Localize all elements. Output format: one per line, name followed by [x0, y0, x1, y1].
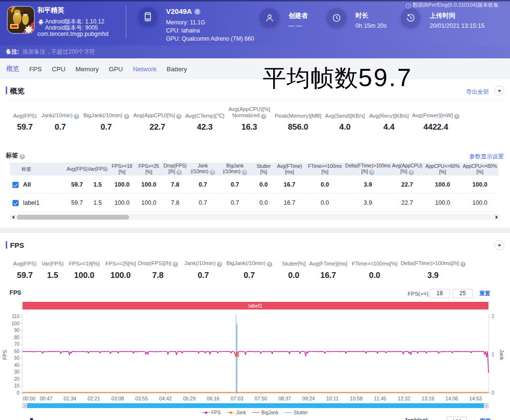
help-icon[interactable]: ? — [217, 262, 222, 267]
scrollbar-thumb[interactable] — [17, 215, 129, 220]
help-icon[interactable]: ? — [267, 262, 272, 267]
legend-item[interactable]: Stutter — [285, 410, 308, 415]
svg-text:30: 30 — [14, 369, 20, 375]
header-line2: [%] — [308, 169, 342, 175]
table-cell: 0.0 — [321, 176, 329, 194]
range-handle-left[interactable] — [22, 403, 27, 408]
device-gpu: GPU: Qualcomm Adreno (TM) 660 — [166, 35, 254, 42]
creator-icon — [260, 8, 279, 27]
fps-threshold-input-1[interactable]: 18 — [430, 289, 450, 298]
table-header-cell: AppCPU<=80% [%] — [463, 163, 497, 176]
scroll-left-arrow-icon[interactable] — [10, 214, 16, 220]
fps-stat: Stutter[%] 0.0 — [282, 255, 306, 280]
info-icon[interactable]: i — [194, 9, 200, 15]
stat-value: 4422.4 — [412, 122, 459, 132]
help-icon[interactable]: ? — [177, 114, 182, 119]
help-icon[interactable]: ? — [455, 114, 460, 119]
creator-label: 创建者 — [288, 11, 308, 20]
help-icon[interactable]: ? — [74, 114, 79, 119]
app-name: 和平精英 — [37, 6, 64, 15]
range-handle-right[interactable] — [484, 403, 488, 408]
help-icon[interactable]: ? — [177, 170, 182, 175]
legend-item[interactable]: Jank — [227, 410, 246, 415]
fps-threshold-input-2[interactable]: 25 — [453, 289, 473, 298]
legend-marker-icon — [202, 410, 210, 415]
tab[interactable]: 概览 — [6, 65, 19, 73]
row-checkbox-checked[interactable] — [12, 182, 19, 188]
header-line2: (/10min)? — [223, 169, 247, 175]
row-checkbox-checked[interactable] — [12, 200, 19, 206]
fps-threshold-reset-button[interactable]: 重置 — [479, 290, 490, 297]
stat-value: 4.0 — [325, 122, 365, 132]
svg-text:Jank: Jank — [499, 350, 505, 361]
svg-text:10:11: 10:11 — [326, 396, 339, 401]
help-icon[interactable]: ? — [173, 262, 178, 267]
tab[interactable]: FPS — [29, 66, 42, 73]
stat-label: Avg(FPS) — [13, 261, 37, 267]
chart-range-scrollbar[interactable] — [22, 403, 488, 408]
help-icon[interactable]: ? — [210, 170, 215, 175]
table-cell: 100.0 — [472, 194, 487, 212]
creator-value: — — — [288, 22, 302, 29]
legend-item[interactable]: FPS — [202, 410, 221, 415]
stat-value: 3.9 — [400, 271, 466, 280]
help-icon[interactable]: ? — [409, 170, 414, 175]
fps-stat: Delta(FTime)>100ms[/h]? 3.9 — [400, 255, 466, 280]
table-row-label1: label1 59.71.5100.0100.07.80.70.70.016.7… — [10, 194, 499, 212]
stat-label: Jank(/10min)? — [41, 112, 79, 119]
overview-stat: Avg(CTemp)[℃] 42.3 — [185, 106, 224, 132]
table-cell: 100.0 — [435, 194, 450, 212]
table-row-all: All 59.71.5100.0100.07.80.70.70.016.70.0… — [10, 176, 499, 194]
table-header-cell: FTime>=100ms [%] — [308, 163, 342, 176]
svg-text:100: 100 — [11, 321, 20, 326]
svg-text:09:24: 09:24 — [302, 396, 315, 401]
table-cell: 0.0 — [321, 194, 329, 212]
svg-text:13:19: 13:19 — [421, 396, 434, 401]
chart-label-banner: label1 — [22, 302, 488, 309]
export-all-link[interactable]: 导出全部 — [466, 88, 489, 96]
remark-bar[interactable]: 备注: 添加备注，不超过200个字符 — [0, 45, 510, 58]
tab[interactable]: Memory — [76, 66, 99, 73]
svg-text:0: 0 — [492, 390, 495, 396]
overview-stat: Peak(Memory)[MB] 856.0 — [275, 106, 321, 132]
table-cell: 100.0 — [114, 176, 129, 194]
help-icon[interactable]: ? — [369, 170, 375, 175]
stat-label: Delta(FTime)>100ms[/h]? — [400, 260, 466, 267]
table-header-cell: Drop(FPS) [/h]? — [164, 163, 187, 176]
legend-item[interactable]: BigJank — [252, 410, 278, 415]
overview-section-bar — [6, 87, 7, 94]
tab[interactable]: Battery — [166, 66, 187, 73]
tab[interactable]: Network — [133, 66, 157, 73]
stat-value: 0.7 — [83, 122, 129, 132]
param-display-settings-link[interactable]: 参数显示设置 — [469, 153, 504, 161]
stat-value: 0.7 — [226, 271, 272, 280]
stat-label: Stutter[%] — [282, 261, 306, 267]
svg-text:40: 40 — [14, 363, 20, 368]
help-icon[interactable]: ? — [20, 154, 25, 159]
range-fill[interactable] — [27, 403, 484, 408]
fps-section-title: FPS — [10, 241, 24, 249]
help-icon[interactable]: ? — [261, 114, 266, 119]
jank-threshold-input[interactable]: 100 — [447, 417, 467, 420]
tab[interactable]: CPU — [52, 66, 66, 73]
table-horizontal-scrollbar[interactable] — [10, 214, 500, 220]
avg-fps-annotation: 平均帧数59.7 — [263, 63, 412, 92]
stat-label: Jank(/10min)? — [184, 260, 222, 267]
table-header-cell: 标签 — [22, 163, 31, 176]
svg-text:20: 20 — [14, 376, 20, 382]
help-icon[interactable]: ? — [242, 170, 247, 175]
tab[interactable]: GPU — [109, 66, 123, 73]
stat-value: 4.4 — [369, 122, 409, 132]
stat-value: 42.3 — [185, 122, 224, 132]
help-icon[interactable]: ? — [460, 262, 466, 267]
help-icon[interactable]: ? — [124, 114, 129, 119]
svg-text:07:03: 07:03 — [231, 396, 243, 401]
device-cpu: CPU: lahaina — [166, 27, 200, 34]
fps-line-chart[interactable]: 010203040506070809010011001200:0000:4701… — [0, 309, 510, 410]
jank-threshold-reset-button[interactable]: 重置 — [480, 418, 491, 420]
stat-value: 16.7 — [309, 271, 347, 280]
overview-collapse-button[interactable] — [494, 86, 504, 96]
scroll-right-arrow-icon[interactable] — [494, 214, 500, 220]
header-line2: [%] — [112, 169, 133, 175]
fps-collapse-button[interactable] — [494, 240, 504, 250]
